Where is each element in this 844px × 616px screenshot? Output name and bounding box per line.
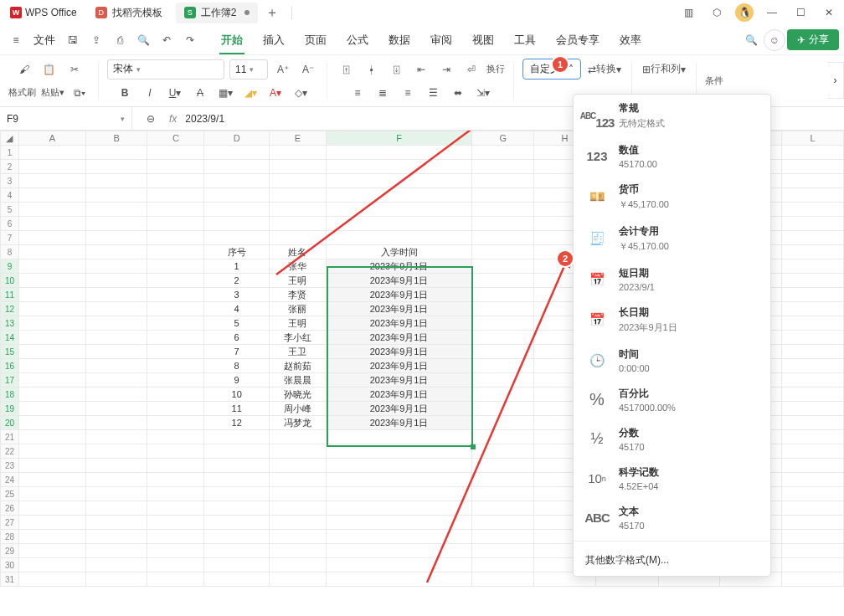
col-e[interactable]: E: [270, 131, 327, 146]
cell[interactable]: [18, 416, 85, 430]
tab-tools[interactable]: 工具: [506, 28, 544, 53]
cell[interactable]: [326, 530, 471, 544]
cell[interactable]: [204, 444, 270, 459]
cell[interactable]: [85, 331, 147, 345]
cell[interactable]: [782, 558, 844, 572]
cell[interactable]: [472, 487, 534, 501]
row-header[interactable]: 2: [1, 160, 19, 174]
cell[interactable]: [147, 473, 204, 487]
cell[interactable]: [270, 160, 327, 174]
cell[interactable]: [782, 388, 844, 402]
row-header[interactable]: 17: [1, 373, 19, 388]
clear-format-icon[interactable]: ◇▾: [291, 83, 311, 103]
align-left-icon[interactable]: ≡: [347, 83, 368, 103]
col-b[interactable]: B: [85, 131, 147, 146]
cell[interactable]: [270, 530, 327, 544]
tab-template[interactable]: D 找稻壳模板: [87, 3, 171, 23]
number-format-select[interactable]: 自定义˄: [522, 59, 581, 80]
cell[interactable]: 9: [204, 373, 270, 388]
toolbar-expand-icon[interactable]: ›: [827, 62, 844, 99]
cell[interactable]: [18, 203, 85, 217]
cell[interactable]: [147, 416, 204, 430]
format-accounting[interactable]: 🧾 会计专用￥45,170.00: [574, 218, 770, 259]
cell[interactable]: [782, 146, 844, 160]
undo-icon[interactable]: ↶: [156, 29, 178, 51]
cell[interactable]: [472, 459, 534, 473]
row-header[interactable]: 18: [1, 388, 19, 402]
cell[interactable]: [85, 231, 147, 245]
align-middle-icon[interactable]: ⍿: [361, 59, 381, 80]
cell[interactable]: [472, 345, 534, 359]
tab-review[interactable]: 审阅: [422, 28, 461, 53]
row-header[interactable]: 28: [1, 530, 19, 544]
fill-color-icon[interactable]: ◢▾: [240, 83, 260, 103]
redo-icon[interactable]: ↷: [179, 29, 201, 51]
cell[interactable]: [782, 217, 844, 231]
cell[interactable]: [472, 274, 534, 288]
cell[interactable]: [472, 444, 534, 459]
cell[interactable]: [147, 487, 204, 501]
cell[interactable]: [204, 188, 270, 203]
fx-icon[interactable]: fx: [169, 113, 177, 125]
cell[interactable]: [782, 473, 844, 487]
cell[interactable]: [18, 544, 85, 558]
row-header[interactable]: 9: [1, 259, 19, 274]
cell[interactable]: [270, 516, 327, 530]
cell[interactable]: [147, 388, 204, 402]
cell[interactable]: 2023年9月1日: [326, 373, 471, 388]
cell[interactable]: [270, 203, 327, 217]
cell[interactable]: 5: [204, 316, 270, 331]
cell[interactable]: [18, 345, 85, 359]
cell[interactable]: [147, 245, 204, 259]
convert-button[interactable]: ⇄ 转换▾: [586, 59, 623, 80]
cell[interactable]: 2023年9月1日: [326, 359, 471, 373]
cell[interactable]: [782, 231, 844, 245]
format-time[interactable]: 🕒 时间0:00:00: [574, 341, 770, 380]
cell[interactable]: [326, 501, 471, 516]
save-icon[interactable]: 🖫: [62, 29, 84, 51]
cell[interactable]: 张晨晨: [270, 373, 327, 388]
cell[interactable]: [472, 501, 534, 516]
cube-icon[interactable]: ⬡: [707, 3, 727, 23]
cell[interactable]: 7: [204, 345, 270, 359]
cell[interactable]: 孙晓光: [270, 388, 327, 402]
cell[interactable]: [782, 302, 844, 316]
cell[interactable]: [18, 288, 85, 302]
cell[interactable]: [782, 501, 844, 516]
cell[interactable]: 2023年9月1日: [326, 316, 471, 331]
cell[interactable]: [204, 572, 270, 587]
cell[interactable]: [18, 402, 85, 416]
font-size-select[interactable]: 11▾: [229, 59, 268, 80]
cell[interactable]: [204, 430, 270, 444]
paste-label[interactable]: 粘贴▾: [41, 86, 64, 99]
cell[interactable]: [782, 345, 844, 359]
cell[interactable]: [326, 174, 471, 188]
cell[interactable]: 2023年9月1日: [326, 345, 471, 359]
border-icon[interactable]: ▦▾: [215, 83, 235, 103]
cell[interactable]: 赵前茹: [270, 359, 327, 373]
cell[interactable]: [18, 487, 85, 501]
row-header[interactable]: 20: [1, 416, 19, 430]
cell[interactable]: [204, 516, 270, 530]
cell[interactable]: [147, 331, 204, 345]
align-center-icon[interactable]: ≣: [373, 83, 393, 103]
cell[interactable]: 序号: [204, 245, 270, 259]
cell[interactable]: [18, 572, 85, 587]
format-scientific[interactable]: 10n 科学记数4.52E+04: [574, 459, 770, 498]
cell[interactable]: [204, 217, 270, 231]
cell[interactable]: 2023年9月1日: [326, 388, 471, 402]
cell[interactable]: [782, 373, 844, 388]
cell[interactable]: [85, 302, 147, 316]
cell[interactable]: 姓名: [270, 245, 327, 259]
font-name-select[interactable]: 宋体▾: [107, 59, 224, 80]
col-c[interactable]: C: [147, 131, 204, 146]
maximize-button[interactable]: ☐: [790, 3, 811, 23]
cell[interactable]: [18, 516, 85, 530]
cell[interactable]: [85, 558, 147, 572]
row-header[interactable]: 29: [1, 544, 19, 558]
cell[interactable]: [472, 245, 534, 259]
tab-view[interactable]: 视图: [464, 28, 502, 53]
format-fraction[interactable]: ½ 分数45170: [574, 419, 770, 459]
cell[interactable]: [326, 544, 471, 558]
row-header[interactable]: 26: [1, 501, 19, 516]
